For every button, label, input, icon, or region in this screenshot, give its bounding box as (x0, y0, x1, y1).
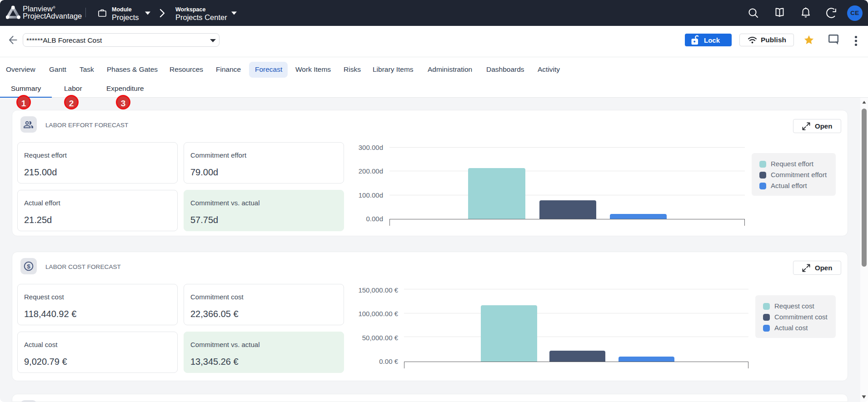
svg-text:$: $ (27, 263, 30, 270)
